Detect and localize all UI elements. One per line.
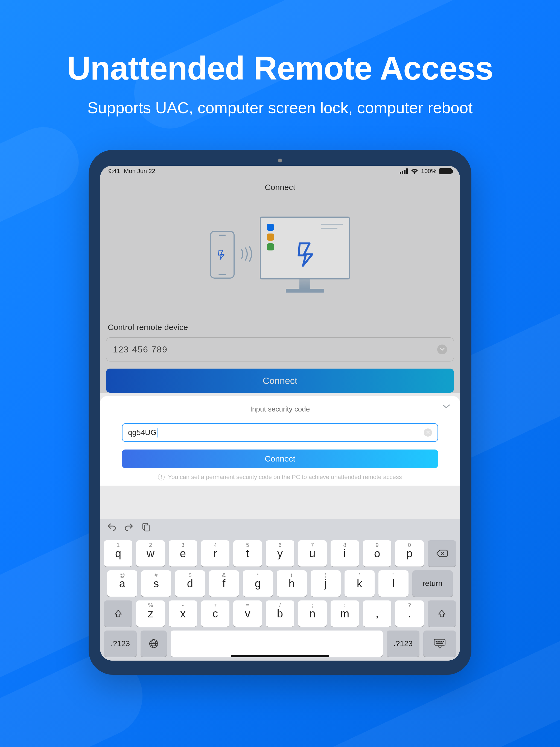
svg-rect-13	[441, 641, 442, 642]
svg-rect-11	[437, 641, 439, 642]
hero-subtitle: Supports UAC, computer screen lock, comp…	[0, 98, 560, 117]
security-code-input[interactable]: qg54UG ✕	[122, 423, 438, 442]
svg-rect-5	[144, 525, 149, 531]
security-code-value: qg54UG	[128, 428, 156, 437]
security-code-sheet: Input security code qg54UG ✕ Connect ! Y…	[100, 396, 460, 486]
key-t[interactable]: 5t	[233, 540, 262, 567]
key-e[interactable]: 3e	[169, 540, 197, 567]
undo-icon[interactable]	[107, 523, 117, 532]
key-p[interactable]: 0p	[395, 540, 424, 567]
key-shift[interactable]	[104, 600, 132, 627]
key-v[interactable]: =v	[233, 600, 262, 627]
key-return[interactable]: return	[412, 570, 453, 597]
key-numeric-right[interactable]: .?123	[387, 630, 419, 657]
home-indicator[interactable]	[231, 655, 329, 657]
key-n[interactable]: ;n	[298, 600, 327, 627]
clipboard-icon[interactable]	[142, 523, 150, 533]
tablet-frame: 9:41 Mon Jun 22 100% Connect	[88, 150, 472, 675]
key-k[interactable]: 'k	[345, 570, 375, 597]
hero-title: Unattended Remote Access	[0, 49, 560, 87]
text-cursor	[157, 428, 158, 437]
key-z[interactable]: %z	[136, 600, 164, 627]
key-m[interactable]: :m	[331, 600, 359, 627]
key-x[interactable]: -x	[169, 600, 197, 627]
key-space[interactable]	[171, 630, 383, 657]
key-u[interactable]: 7u	[298, 540, 327, 567]
sheet-connect-button[interactable]: Connect	[122, 449, 438, 468]
key-r[interactable]: 4r	[201, 540, 229, 567]
clear-input-icon[interactable]: ✕	[424, 429, 432, 437]
key-hide-keyboard[interactable]	[423, 630, 456, 657]
key-delete[interactable]	[428, 540, 456, 567]
svg-rect-12	[439, 641, 440, 642]
key-.[interactable]: ?.	[395, 600, 424, 627]
key-a[interactable]: @a	[107, 570, 137, 597]
device-screen: 9:41 Mon Jun 22 100% Connect	[100, 166, 460, 661]
key-c[interactable]: +c	[201, 600, 229, 627]
info-icon: !	[158, 474, 164, 481]
modal-dim-overlay	[100, 166, 460, 393]
security-hint: ! You can set a permanent security code …	[122, 473, 438, 481]
key-l[interactable]: "l	[378, 570, 408, 597]
svg-rect-14	[443, 641, 444, 642]
svg-rect-10	[436, 641, 437, 642]
key-w[interactable]: 2w	[136, 540, 164, 567]
key-,[interactable]: !,	[363, 600, 391, 627]
onscreen-keyboard: 1q2w3e4r5t6y7u8i9o0p @a#s$d&f*g(h)j'k"lr…	[100, 519, 460, 661]
key-shift[interactable]	[428, 600, 456, 627]
key-globe[interactable]	[141, 630, 167, 657]
camera-dot	[278, 159, 282, 162]
key-h[interactable]: (h	[277, 570, 307, 597]
sheet-title: Input security code	[122, 405, 438, 413]
key-g[interactable]: *g	[243, 570, 273, 597]
redo-icon[interactable]	[124, 523, 134, 532]
key-y[interactable]: 6y	[266, 540, 294, 567]
key-d[interactable]: $d	[175, 570, 205, 597]
key-j[interactable]: )j	[311, 570, 341, 597]
key-o[interactable]: 9o	[363, 540, 391, 567]
key-f[interactable]: &f	[209, 570, 239, 597]
key-i[interactable]: 8i	[331, 540, 359, 567]
svg-rect-15	[436, 643, 443, 644]
key-numeric[interactable]: .?123	[104, 630, 137, 657]
svg-rect-9	[434, 639, 445, 645]
sheet-collapse-icon[interactable]	[442, 404, 451, 410]
key-s[interactable]: #s	[141, 570, 171, 597]
key-b[interactable]: /b	[266, 600, 294, 627]
key-q[interactable]: 1q	[104, 540, 132, 567]
